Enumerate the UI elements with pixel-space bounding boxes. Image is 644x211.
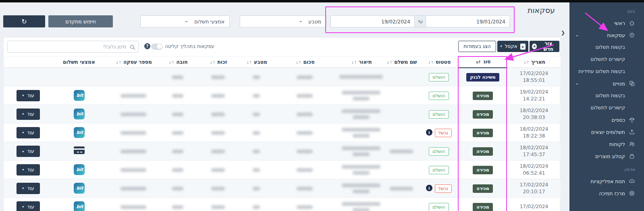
info-icon[interactable]: i <box>426 185 432 191</box>
sidebar-section-admin-label: אדמין <box>569 162 644 175</box>
redacted-value <box>211 113 225 116</box>
cell-status: הושלם <box>420 86 458 105</box>
bit-logo-icon: bit. <box>74 127 85 138</box>
sidebar-item-0[interactable]: ראשי <box>569 17 644 29</box>
column-header-6[interactable]: מטבע↑↓ <box>242 56 270 68</box>
table-row: 18/02/202417:45:37מכירההושלםעוד▴ <box>4 142 561 161</box>
redacted-value <box>353 208 370 211</box>
sidebar-item-label: קישורים לתשלום <box>591 56 625 62</box>
column-header-0[interactable]: תאריך↑↓ <box>507 56 561 68</box>
cell-description <box>339 179 383 198</box>
redacted-value <box>253 113 260 116</box>
more-actions-button[interactable]: עוד▾ <box>17 164 39 175</box>
cell-type: מכירה <box>458 142 507 161</box>
sidebar-item-admin-0[interactable]: חנות אפליקציות <box>569 175 644 187</box>
more-button-label: עוד <box>27 167 34 173</box>
info-icon[interactable]: i <box>426 129 432 136</box>
sidebar-item-9[interactable]: תשלומים יוצאים <box>569 126 644 138</box>
date-from-input[interactable] <box>426 15 510 27</box>
more-actions-button[interactable]: עוד▴ <box>17 146 39 157</box>
pending-toggle-label: עסקאות בתהליך קליטה <box>165 44 214 49</box>
cell-transaction-number <box>105 86 162 105</box>
redacted-value <box>353 190 370 193</box>
redacted-value <box>172 187 183 190</box>
table-row: 18/02/202420:38:03מכירההושלםbit.עוד▾ <box>4 105 561 123</box>
redacted-value <box>172 94 183 98</box>
more-actions-button[interactable]: עוד▾ <box>17 183 39 194</box>
sidebar-item-1[interactable]: עסקאות⌄ <box>569 29 644 41</box>
sidebar-item-label: עסקאות <box>607 32 625 38</box>
sidebar-item-7[interactable]: קישורים לתשלום <box>569 102 644 114</box>
sidebar-item-10[interactable]: לקוחות <box>569 138 644 150</box>
sidebar-item-admin-1[interactable]: מרכז תמיכה <box>569 187 644 199</box>
column-header-4[interactable]: תיאור↑↓ <box>339 56 383 68</box>
bit-logo-icon: bit. <box>74 164 85 175</box>
cell-currency <box>242 198 270 211</box>
redacted-value <box>253 187 260 190</box>
refresh-button[interactable]: ↻ <box>3 15 45 27</box>
sidebar-item-2[interactable]: בקשות תשלום <box>569 41 644 53</box>
date-value: 17/02/2024 <box>507 182 561 188</box>
sidebar-item-4[interactable]: בקשות תשלום עתידיות <box>569 65 644 77</box>
redacted-value <box>390 187 413 190</box>
column-header-7[interactable]: זכות↑↓ <box>194 56 242 68</box>
column-header-2[interactable]: סטטוס↑↓ <box>420 56 458 68</box>
column-header-5[interactable]: סכום↑↓ <box>270 56 339 68</box>
cell-type: מכירה <box>458 123 507 142</box>
payment-method-select[interactable]: אמצעי תשלום ⌄ <box>140 15 230 27</box>
more-button-label: עוד <box>27 186 34 191</box>
more-button-label: עוד <box>27 93 34 98</box>
sidebar-item-label: מרכז תמיכה <box>599 190 625 196</box>
more-button-label: עוד <box>27 204 34 210</box>
cell-credit <box>194 198 242 211</box>
sort-icon: ↑↓ <box>295 60 301 65</box>
create-new-button[interactable]: צור חדש + <box>530 41 559 52</box>
redacted-value <box>353 115 370 119</box>
bit-logo-icon: bit. <box>74 183 85 194</box>
redacted-value <box>211 131 225 135</box>
cell-actions: עוד▾ <box>4 123 53 142</box>
more-actions-button[interactable]: עוד▾ <box>17 109 39 120</box>
sidebar-item-5[interactable]: מנויים⌄ <box>569 77 644 90</box>
column-header-8[interactable]: חובה↑↓ <box>162 56 194 68</box>
column-header-9[interactable]: מספר עסקה↑↓ <box>105 56 162 68</box>
more-actions-button[interactable]: עוד▾ <box>17 90 39 101</box>
cell-payer-name <box>383 86 420 105</box>
status-badge: הושלם <box>429 166 449 174</box>
search-input[interactable] <box>7 41 139 53</box>
redacted-value <box>297 113 313 116</box>
more-actions-button[interactable]: עוד▾ <box>17 127 39 138</box>
cell-date: 18/02/202420:38:03 <box>507 105 561 123</box>
cell-description <box>339 68 383 86</box>
column-header-1[interactable]: סוג↑≡ <box>458 56 507 68</box>
advanced-search-button[interactable]: חיפוש מתקדם <box>48 15 113 27</box>
table-row: 18/02/202406:52:41מכירההושלםbit.עוד▾ <box>4 161 561 179</box>
sidebar-item-6[interactable]: בקשות תשלום <box>569 90 644 102</box>
sidebar-collapse-icon[interactable]: ❮ <box>561 30 565 36</box>
chevron-down-icon: ⌄ <box>575 32 579 37</box>
redacted-value <box>353 97 370 100</box>
column-header-label: זכות <box>217 59 227 65</box>
show-columns-button[interactable]: הצג בעמודות <box>458 41 496 52</box>
more-actions-button[interactable]: עוד▾ <box>17 201 39 211</box>
sidebar-item-label: חנות אפליקציות <box>590 178 625 184</box>
sidebar-item-11[interactable]: קטלוג מוצרים <box>569 150 644 162</box>
redacted-value <box>211 168 225 172</box>
cell-credit <box>194 142 242 161</box>
currency-select[interactable]: מטבע ⌄ <box>240 15 326 27</box>
date-range-separator: עד <box>415 15 426 27</box>
status-badge: נכשל <box>435 184 452 193</box>
sidebar-item-3[interactable]: קישורים לתשלום <box>569 53 644 65</box>
cell-debit <box>162 86 194 105</box>
column-header-label: חובה <box>176 59 188 65</box>
cell-payer-name <box>383 161 420 179</box>
cell-actions: עוד▾ <box>4 105 53 123</box>
date-to-input[interactable] <box>330 15 415 27</box>
help-icon[interactable]: ? <box>144 43 150 49</box>
pending-transactions-toggle[interactable] <box>151 44 162 50</box>
cell-date: 19/02/202414:22:21 <box>507 86 561 105</box>
excel-export-button[interactable]: x אקסל ▾ <box>497 41 528 52</box>
create-new-label: צור חדש <box>540 41 557 52</box>
sidebar-item-8[interactable]: כספים <box>569 114 644 126</box>
column-header-3[interactable]: שם משלם↑↓ <box>383 56 420 68</box>
